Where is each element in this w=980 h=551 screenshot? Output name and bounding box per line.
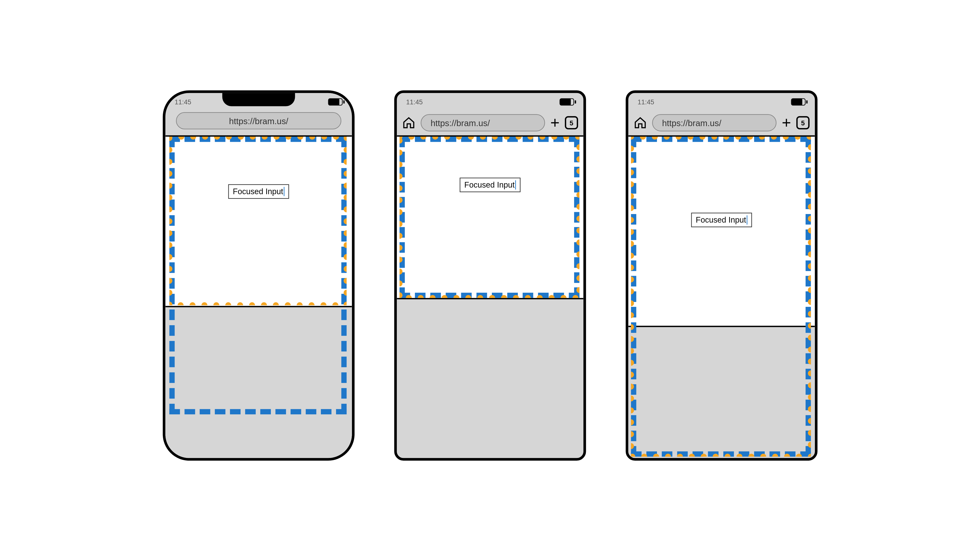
svg-point-54 — [169, 183, 172, 189]
svg-point-16 — [344, 147, 346, 153]
url-bar[interactable]: https://bram.us/ — [652, 114, 776, 131]
svg-point-103 — [399, 292, 402, 298]
svg-point-14 — [333, 137, 339, 140]
svg-point-139 — [808, 216, 811, 222]
svg-point-117 — [631, 137, 634, 140]
svg-point-60 — [408, 137, 414, 140]
svg-point-136 — [808, 180, 811, 186]
visual-viewport-outline — [169, 137, 347, 305]
svg-point-194 — [631, 217, 634, 223]
svg-point-45 — [169, 290, 172, 295]
input-value: Focused Input — [233, 187, 283, 196]
svg-point-147 — [808, 311, 811, 317]
svg-point-18 — [344, 171, 346, 176]
svg-point-68 — [504, 137, 509, 140]
svg-point-96 — [477, 295, 483, 298]
svg-point-120 — [663, 137, 670, 140]
svg-point-88 — [573, 295, 578, 298]
svg-point-53 — [169, 194, 172, 200]
svg-point-22 — [344, 218, 346, 224]
svg-point-113 — [399, 173, 402, 179]
svg-point-86 — [576, 275, 579, 281]
svg-point-131 — [795, 137, 800, 140]
battery-icon — [791, 98, 805, 105]
focused-text-input[interactable]: Focused Input — [691, 213, 752, 227]
home-icon[interactable] — [402, 116, 415, 129]
svg-point-85 — [576, 263, 579, 269]
svg-point-23 — [344, 230, 346, 236]
svg-point-105 — [399, 268, 402, 275]
svg-point-188 — [631, 289, 634, 294]
url-bar[interactable]: https://bram.us/ — [176, 112, 341, 129]
svg-point-127 — [747, 137, 753, 140]
svg-point-193 — [631, 229, 634, 235]
svg-point-52 — [169, 206, 172, 212]
svg-point-144 — [808, 275, 811, 281]
url-bar[interactable]: https://bram.us/ — [420, 114, 545, 131]
svg-point-128 — [759, 137, 765, 140]
svg-point-3 — [202, 137, 208, 140]
svg-point-109 — [399, 221, 402, 227]
svg-point-78 — [576, 180, 579, 186]
svg-point-17 — [344, 159, 346, 165]
svg-point-69 — [515, 137, 521, 140]
svg-point-43 — [178, 302, 183, 305]
svg-point-122 — [687, 137, 693, 140]
svg-point-59 — [399, 137, 402, 140]
focused-text-input[interactable]: Focused Input — [460, 178, 520, 192]
svg-point-11 — [297, 137, 303, 140]
focused-text-input[interactable]: Focused Input — [228, 184, 289, 198]
new-tab-icon[interactable]: + — [550, 115, 560, 131]
notch — [222, 92, 295, 106]
svg-point-27 — [344, 278, 346, 284]
svg-point-102 — [406, 295, 412, 298]
browser-toolbar: https://bram.us/+5 — [397, 110, 583, 137]
svg-point-15 — [344, 137, 346, 141]
svg-point-116 — [399, 138, 402, 143]
svg-point-48 — [169, 254, 172, 260]
svg-point-77 — [576, 168, 579, 174]
svg-point-12 — [309, 137, 315, 140]
svg-point-58 — [169, 137, 172, 141]
status-time: 11:45 — [638, 98, 654, 105]
input-value: Focused Input — [464, 180, 514, 189]
svg-point-115 — [399, 149, 402, 156]
svg-point-123 — [699, 137, 705, 140]
svg-point-101 — [418, 295, 423, 298]
svg-point-21 — [344, 206, 346, 212]
svg-point-195 — [631, 205, 634, 211]
svg-point-2 — [190, 137, 196, 140]
text-caret — [284, 187, 284, 196]
device-ios-safari: 11:45https://bram.us/Focused Input — [163, 91, 355, 460]
svg-point-87 — [576, 287, 579, 293]
svg-point-19 — [344, 183, 346, 189]
svg-point-13 — [321, 137, 327, 140]
virtual-keyboard — [165, 306, 352, 458]
tab-count-badge[interactable]: 5 — [565, 116, 578, 129]
svg-point-135 — [808, 168, 811, 174]
svg-point-83 — [576, 240, 579, 245]
home-icon[interactable] — [633, 116, 647, 129]
new-tab-icon[interactable]: + — [781, 115, 791, 131]
svg-point-73 — [563, 137, 569, 140]
svg-point-84 — [576, 251, 579, 257]
svg-point-31 — [320, 302, 326, 305]
svg-point-121 — [676, 137, 681, 140]
svg-point-65 — [468, 137, 474, 140]
svg-point-186 — [631, 312, 634, 318]
svg-point-138 — [808, 204, 811, 210]
status-time: 11:45 — [406, 98, 423, 105]
svg-point-6 — [238, 137, 243, 140]
svg-point-9 — [274, 137, 279, 140]
svg-point-129 — [771, 137, 777, 140]
svg-point-25 — [344, 254, 346, 260]
svg-point-67 — [492, 137, 498, 140]
svg-point-111 — [399, 197, 402, 203]
page-viewport: Focused Input — [165, 137, 352, 458]
svg-point-55 — [169, 171, 172, 176]
svg-point-72 — [551, 137, 557, 140]
tab-count-badge[interactable]: 5 — [796, 116, 810, 129]
svg-point-28 — [344, 290, 346, 295]
svg-point-133 — [808, 144, 811, 150]
svg-point-200 — [631, 146, 634, 151]
